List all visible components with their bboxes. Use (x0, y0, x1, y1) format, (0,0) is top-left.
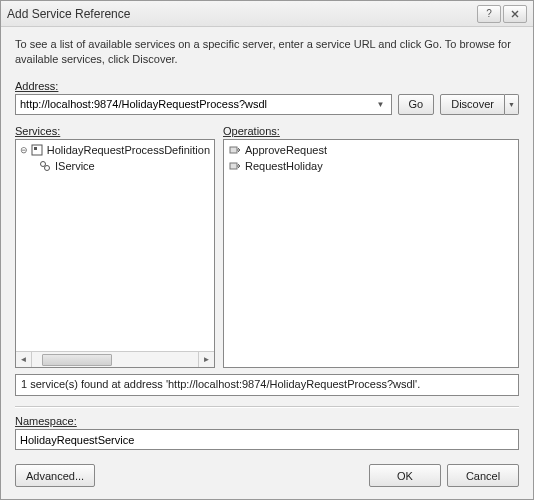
address-label: Address: (15, 80, 519, 92)
svg-point-2 (41, 161, 46, 166)
ok-button[interactable]: OK (369, 464, 441, 487)
namespace-input[interactable] (15, 429, 519, 450)
add-service-reference-dialog: Add Service Reference ? To see a list of… (0, 0, 534, 500)
service-tree-child[interactable]: IService (18, 158, 212, 174)
close-button[interactable] (503, 5, 527, 23)
operation-item[interactable]: RequestHoliday (226, 158, 516, 174)
advanced-button[interactable]: Advanced... (15, 464, 95, 487)
operation-item-label: ApproveRequest (245, 144, 327, 156)
svg-rect-5 (230, 163, 237, 169)
svg-rect-1 (34, 147, 37, 150)
operation-item[interactable]: ApproveRequest (226, 142, 516, 158)
service-tree-child-label: IService (55, 160, 95, 172)
horizontal-scrollbar[interactable]: ◄ ► (16, 351, 214, 367)
service-tree-root[interactable]: ⊖ HolidayRequestProcessDefinition (18, 142, 212, 158)
svg-point-3 (45, 165, 50, 170)
services-tree[interactable]: ⊖ HolidayRequestProcessDefinition IServi… (15, 139, 215, 368)
scroll-right-icon[interactable]: ► (198, 352, 214, 367)
collapse-icon[interactable]: ⊖ (20, 145, 30, 155)
cancel-button[interactable]: Cancel (447, 464, 519, 487)
separator (15, 406, 519, 407)
address-combobox[interactable]: ▼ (15, 94, 392, 115)
titlebar: Add Service Reference ? (1, 1, 533, 27)
operations-label: Operations: (223, 125, 519, 137)
close-icon (511, 10, 519, 18)
discover-dropdown-button[interactable]: ▼ (505, 94, 519, 115)
operation-icon (228, 143, 242, 157)
discover-button[interactable]: Discover (440, 94, 505, 115)
dialog-content: To see a list of available services on a… (1, 27, 533, 499)
operation-icon (228, 159, 242, 173)
go-button[interactable]: Go (398, 94, 435, 115)
discover-split-button: Discover ▼ (440, 94, 519, 115)
scrollbar-thumb[interactable] (42, 354, 112, 366)
operations-list[interactable]: ApproveRequest RequestHoliday (223, 139, 519, 368)
service-icon (30, 143, 44, 157)
services-label: Services: (15, 125, 215, 137)
chevron-down-icon[interactable]: ▼ (375, 100, 387, 109)
service-tree-root-label: HolidayRequestProcessDefinition (47, 144, 210, 156)
scroll-left-icon[interactable]: ◄ (16, 352, 32, 367)
scrollbar-track[interactable] (32, 352, 198, 367)
namespace-label: Namespace: (15, 415, 519, 427)
status-text: 1 service(s) found at address 'http://lo… (15, 374, 519, 396)
svg-rect-4 (230, 147, 237, 153)
instructions-text: To see a list of available services on a… (15, 37, 519, 68)
contract-icon (38, 159, 52, 173)
help-button[interactable]: ? (477, 5, 501, 23)
window-title: Add Service Reference (7, 7, 475, 21)
address-input[interactable] (20, 98, 375, 110)
operation-item-label: RequestHoliday (245, 160, 323, 172)
